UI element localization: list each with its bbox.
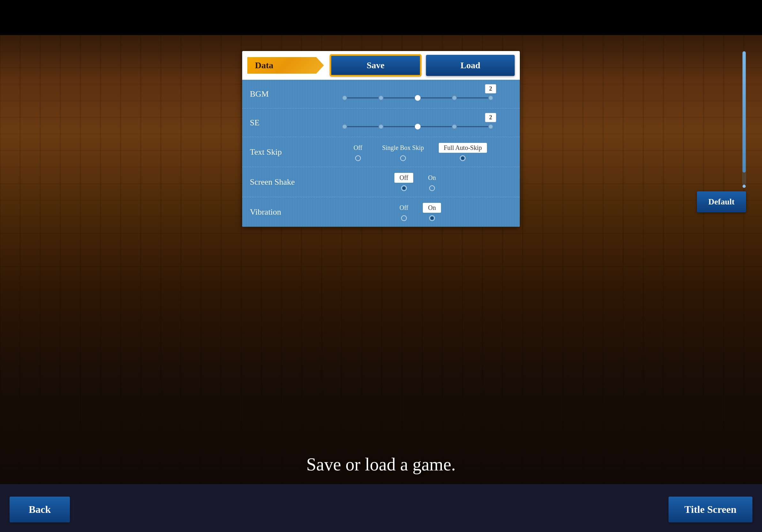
screen-shake-on-label: On: [423, 173, 441, 183]
text-skip-row: Text Skip Off Single Box Skip Full Auto-…: [242, 137, 520, 167]
data-label: Data: [247, 57, 324, 74]
bgm-row: BGM 2: [242, 80, 520, 108]
bgm-dot-0: [342, 96, 347, 100]
top-bar: [0, 0, 762, 35]
se-slider[interactable]: 2: [323, 116, 512, 129]
bgm-dots: [342, 95, 493, 101]
settings-panel: Data Save Load BGM 2: [242, 51, 520, 227]
data-buttons: Save Load: [330, 55, 515, 76]
screen-shake-off[interactable]: Off: [394, 173, 413, 191]
data-row: Data Save Load: [242, 51, 520, 80]
screen-shake-control: Off On: [323, 173, 512, 191]
text-skip-full[interactable]: Full Auto-Skip: [439, 143, 487, 161]
vibration-label: Vibration: [250, 207, 323, 217]
bgm-dot-3: [452, 96, 457, 100]
vibration-on-label: On: [423, 203, 441, 213]
bgm-control: 2: [323, 87, 512, 101]
screen-shake-options: Off On: [394, 173, 441, 191]
se-dots: [342, 124, 493, 129]
bgm-track: [342, 95, 493, 101]
vibration-off-label: Off: [394, 203, 413, 213]
se-dot-0: [342, 124, 347, 129]
vibration-options: Off On: [394, 203, 441, 221]
text-skip-label: Text Skip: [250, 147, 323, 157]
description-area: Save or load a game.: [0, 454, 762, 475]
screen-shake-off-label: Off: [394, 173, 413, 183]
vibration-control: Off On: [323, 203, 512, 221]
se-dot-1: [378, 124, 384, 129]
screen-shake-off-radio: [401, 185, 407, 191]
settings-body: BGM 2: [242, 80, 520, 227]
screen-shake-row: Screen Shake Off On: [242, 167, 520, 197]
vibration-on[interactable]: On: [423, 203, 441, 221]
text-skip-full-radio: [460, 155, 466, 161]
screen-shake-label: Screen Shake: [250, 177, 323, 187]
text-skip-single[interactable]: Single Box Skip: [377, 143, 429, 161]
load-button[interactable]: Load: [426, 55, 515, 76]
bgm-slider[interactable]: 2: [323, 87, 512, 101]
bgm-dot-1: [378, 96, 384, 100]
se-control: 2: [323, 116, 512, 129]
text-skip-control: Off Single Box Skip Full Auto-Skip: [323, 143, 512, 161]
se-dot-3: [452, 124, 457, 129]
text-skip-off[interactable]: Off: [348, 143, 367, 161]
bgm-value: 2: [485, 84, 496, 94]
vibration-row: Vibration Off On: [242, 197, 520, 227]
text-skip-single-radio: [400, 155, 406, 161]
description-text: Save or load a game.: [306, 454, 456, 474]
text-skip-off-radio: [355, 155, 361, 161]
text-skip-full-label: Full Auto-Skip: [439, 143, 487, 153]
screen-shake-on-radio: [429, 185, 435, 191]
save-button[interactable]: Save: [330, 55, 421, 76]
se-dot-2-active: [415, 124, 420, 129]
main-area: Data Save Load BGM 2: [0, 35, 762, 484]
se-label: SE: [250, 118, 323, 128]
text-skip-single-label: Single Box Skip: [377, 143, 429, 153]
default-button[interactable]: Default: [697, 191, 746, 212]
vibration-off[interactable]: Off: [394, 203, 413, 221]
bgm-label: BGM: [250, 89, 323, 99]
bottom-bar: [0, 484, 762, 532]
se-row: SE 2: [242, 108, 520, 137]
se-track: [342, 124, 493, 129]
title-screen-button[interactable]: Title Screen: [668, 497, 752, 522]
vibration-on-radio: [429, 215, 435, 221]
se-dot-4: [488, 124, 493, 129]
se-value: 2: [485, 113, 496, 122]
text-skip-off-label: Off: [348, 143, 367, 153]
vibration-off-radio: [401, 215, 407, 221]
text-skip-options: Off Single Box Skip Full Auto-Skip: [348, 143, 487, 161]
back-button[interactable]: Back: [10, 497, 70, 522]
bgm-dot-2-active: [415, 95, 420, 101]
bgm-dot-4: [488, 96, 493, 100]
screen-shake-on[interactable]: On: [423, 173, 441, 191]
